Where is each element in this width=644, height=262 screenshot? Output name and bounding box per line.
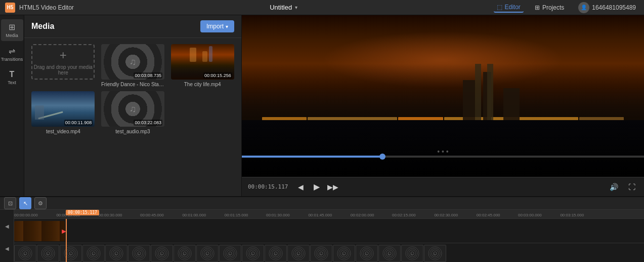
audio-clip[interactable]: ♫: [128, 245, 150, 262]
drop-zone[interactable]: + Drag and drop your media here: [31, 44, 95, 80]
sidebar-text-label: Text: [8, 80, 16, 85]
user-profile[interactable]: 👤 1646481095489: [575, 1, 639, 14]
list-item[interactable]: 00:03:08.735 Friendly Dance - Nico Staf.…: [100, 44, 166, 87]
playback-controls: ◀ ▶ ▶▶: [294, 181, 339, 193]
audio-clip[interactable]: ♫: [242, 245, 264, 262]
play-button[interactable]: ▶: [311, 181, 323, 193]
playhead-time-marker: 00:00:15.117: [66, 210, 99, 215]
media-duration-audio2: 00:03:22.083: [134, 120, 162, 126]
drop-zone-plus-icon: +: [60, 48, 67, 62]
nav-editor-label: Editor: [505, 4, 521, 11]
progress-fill: [242, 156, 382, 158]
video-preview: • • • 00:00:15.117 ◀ ▶ ▶▶ 🔊 ⛶: [242, 15, 644, 196]
prev-frame-button[interactable]: ◀: [294, 181, 307, 193]
user-id-label: 1646481095489: [592, 4, 636, 11]
svg-text:♫: ♫: [137, 252, 140, 256]
sidebar-item-transitions[interactable]: ⇌ Transitions: [1, 43, 23, 65]
editor-icon: ⬚: [497, 4, 502, 11]
project-title: Untitled: [270, 4, 292, 11]
audio-clip[interactable]: ♫: [310, 245, 332, 262]
audio-clip[interactable]: ♫: [424, 245, 446, 262]
sidebar-item-media[interactable]: ⊞ Media: [1, 19, 23, 41]
media-name-audio2: test_audio.mp3: [115, 129, 150, 134]
panel-collapse-dots[interactable]: • • •: [437, 147, 448, 156]
audio-clip[interactable]: ♫: [378, 245, 401, 262]
svg-text:♫: ♫: [23, 252, 26, 256]
media-name-audio1: Friendly Dance - Nico Staf.mp3: [101, 82, 164, 87]
media-duration-video2: 00:00:11.908: [64, 120, 93, 126]
audio-clip[interactable]: ♫: [196, 245, 219, 262]
project-dropdown-arrow[interactable]: ▾: [295, 5, 297, 10]
sidebar-item-text[interactable]: T Text: [1, 67, 23, 88]
media-panel: Media Import ▾ + Drag and drop your medi…: [24, 15, 242, 196]
media-thumb-video2: 00:00:11.908: [31, 91, 95, 127]
video-progress-bar[interactable]: [242, 156, 644, 158]
audio-clip[interactable]: ♫: [287, 245, 310, 262]
progress-handle[interactable]: [379, 154, 385, 160]
audio-clip[interactable]: ♫: [60, 245, 82, 262]
next-frame-button[interactable]: ▶▶: [327, 181, 339, 193]
app-logo: H5: [5, 3, 15, 13]
projects-icon: ⊞: [535, 4, 540, 11]
user-avatar: 👤: [578, 2, 589, 13]
audio-clip[interactable]: ♫: [151, 245, 173, 262]
media-panel-title: Media: [31, 22, 54, 31]
audio-clip[interactable]: ♫: [105, 245, 127, 262]
audio-clip[interactable]: ♫: [265, 245, 287, 262]
media-grid: + Drag and drop your media here 00:03:08…: [24, 38, 241, 140]
svg-text:♫: ♫: [410, 252, 413, 256]
main-content: ⊞ Media ⇌ Transitions T Text Media Impor…: [0, 15, 644, 196]
media-thumb-audio1: 00:03:08.735: [101, 44, 164, 80]
audio-clip[interactable]: ♫: [174, 245, 196, 262]
svg-text:♫: ♫: [319, 252, 322, 256]
svg-text:♫: ♫: [160, 252, 162, 256]
media-thumb-audio2: 00:03:22.083: [101, 91, 164, 127]
import-button[interactable]: Import ▾: [200, 20, 234, 32]
audio-track-collapse[interactable]: ◀: [2, 243, 12, 253]
sidebar-media-label: Media: [6, 33, 18, 38]
sidebar-transitions-label: Transitions: [1, 57, 23, 62]
svg-text:♫: ♫: [274, 252, 276, 256]
media-duration-video1: 00:00:15.256: [203, 72, 232, 79]
list-item[interactable]: 00:00:11.908 test_video.mp4: [30, 91, 96, 134]
nav-editor[interactable]: ⬚ Editor: [494, 3, 524, 13]
audio-clip[interactable]: ♫: [37, 245, 59, 262]
video-clip[interactable]: [14, 221, 65, 241]
timeline-ruler-container: ◀ ◀ 00:00:00.000 00:00:15.000 00:00:30.0…: [0, 210, 644, 262]
audio-clip[interactable]: ♫: [401, 245, 423, 262]
timeline-cut-button[interactable]: ⊡: [4, 197, 16, 209]
volume-button[interactable]: 🔊: [608, 181, 620, 193]
audio-clip[interactable]: ♫: [333, 245, 355, 262]
left-sidebar: ⊞ Media ⇌ Transitions T Text: [0, 15, 24, 196]
audio-clip[interactable]: ♫: [82, 245, 105, 262]
svg-text:♫: ♫: [251, 252, 253, 256]
audio-clip[interactable]: ♫: [219, 245, 241, 262]
list-item[interactable]: 00:00:15.256 The city life.mp4: [169, 44, 235, 87]
svg-text:♫: ♫: [365, 252, 367, 256]
media-name-video1: The city life.mp4: [184, 82, 221, 87]
volume-area: 🔊: [608, 181, 620, 193]
svg-text:♫: ♫: [342, 252, 345, 256]
import-label: Import: [206, 23, 224, 30]
timeline-settings-button[interactable]: ⚙: [34, 197, 47, 209]
fullscreen-button[interactable]: ⛶: [626, 181, 638, 193]
timeline-tracks: ► ♫ ♫: [14, 219, 644, 262]
media-panel-header: Media Import ▾: [24, 15, 241, 38]
svg-text:♫: ♫: [69, 252, 71, 256]
list-item[interactable]: 00:03:22.083 test_audio.mp3: [100, 91, 166, 134]
app-branding: H5 HTML5 Video Editor: [5, 3, 74, 13]
app-title: HTML5 Video Editor: [19, 4, 74, 11]
time-display: 00:00:15.117: [248, 183, 288, 190]
nav-projects[interactable]: ⊞ Projects: [532, 3, 567, 12]
timeline-left-col: ◀ ◀: [0, 210, 14, 262]
video-canvas: • • •: [242, 15, 644, 177]
timeline-cursor-button[interactable]: ↖: [19, 197, 31, 209]
video-track: ►: [14, 219, 644, 243]
audio-clip[interactable]: ♫: [14, 245, 36, 262]
video-track-collapse[interactable]: ◀: [2, 221, 12, 231]
audio-clip[interactable]: ♫: [356, 245, 378, 262]
drop-zone-item[interactable]: + Drag and drop your media here: [30, 44, 96, 87]
import-dropdown-arrow: ▾: [226, 24, 228, 29]
drop-zone-label: Drag and drop your media here: [32, 64, 94, 76]
svg-text:♫: ♫: [114, 252, 117, 256]
